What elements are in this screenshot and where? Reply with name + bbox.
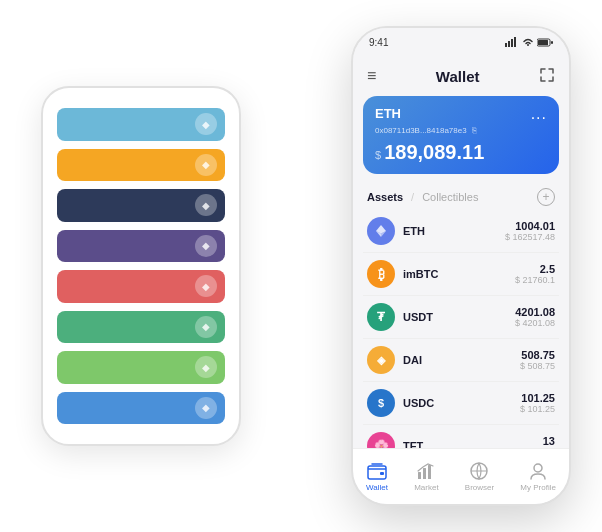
assets-tabs: Assets / Collectibles — [367, 191, 478, 203]
eth-card-balance: 189,089.11 — [384, 141, 484, 163]
asset-values-usdc: 101.25 $ 101.25 — [520, 392, 555, 414]
asset-values-usdt: 4201.08 $ 4201.08 — [515, 306, 555, 328]
tft-icon: 🌸 — [367, 432, 395, 448]
svg-rect-0 — [505, 43, 507, 47]
eth-amount: 1004.01 — [505, 220, 555, 232]
time-display: 9:41 — [369, 37, 388, 48]
eth-card-address: 0x08711d3B...8418a78e3 ⎘ — [375, 126, 547, 135]
profile-nav-label: My Profile — [520, 483, 556, 492]
tab-assets[interactable]: Assets — [367, 191, 403, 203]
nav-item-browser[interactable]: Browser — [465, 461, 494, 492]
tft-amount: 13 — [543, 435, 555, 447]
tab-collectibles[interactable]: Collectibles — [422, 191, 478, 203]
market-icon — [416, 461, 436, 481]
wifi-icon — [522, 37, 534, 47]
asset-name-dai: DAI — [403, 354, 520, 366]
asset-list: ETH 1004.01 $ 162517.48 ₿ imBTC 2.5 $ 21… — [353, 210, 569, 448]
list-item: ◆ — [57, 149, 225, 182]
wallet-icon — [367, 461, 387, 481]
eth-usd: $ 162517.48 — [505, 232, 555, 242]
asset-item-eth[interactable]: ETH 1004.01 $ 162517.48 — [363, 210, 559, 253]
card-icon: ◆ — [195, 194, 217, 216]
expand-icon[interactable] — [539, 67, 555, 86]
phone-header: ≡ Wallet — [353, 56, 569, 96]
card-icon: ◆ — [195, 316, 217, 338]
copy-icon[interactable]: ⎘ — [472, 126, 477, 135]
card-icon: ◆ — [195, 154, 217, 176]
svg-rect-1 — [508, 41, 510, 47]
usdc-icon: $ — [367, 389, 395, 417]
status-bar: 9:41 — [353, 28, 569, 56]
asset-name-imbtc: imBTC — [403, 268, 515, 280]
market-nav-label: Market — [414, 483, 438, 492]
nav-item-wallet[interactable]: Wallet — [366, 461, 388, 492]
svg-rect-14 — [428, 465, 431, 479]
eth-card-amount-row: $ 189,089.11 — [375, 141, 547, 164]
phone-content: ETH ... 0x08711d3B...8418a78e3 ⎘ $ 189,0… — [353, 96, 569, 448]
usdt-usd: $ 4201.08 — [515, 318, 555, 328]
svg-rect-13 — [423, 468, 426, 479]
signal-icon — [505, 37, 519, 47]
nav-item-profile[interactable]: My Profile — [520, 461, 556, 492]
bottom-nav: Wallet Market — [353, 448, 569, 504]
svg-point-16 — [534, 464, 542, 472]
card-icon: ◆ — [195, 235, 217, 257]
usdc-amount: 101.25 — [520, 392, 555, 404]
usdc-usd: $ 101.25 — [520, 404, 555, 414]
page-title: Wallet — [436, 68, 480, 85]
usdt-icon: ₮ — [367, 303, 395, 331]
imbtc-usd: $ 21760.1 — [515, 275, 555, 285]
browser-nav-label: Browser — [465, 483, 494, 492]
svg-rect-2 — [511, 39, 513, 47]
asset-name-usdc: USDC — [403, 397, 520, 409]
card-icon: ◆ — [195, 275, 217, 297]
asset-item-imbtc[interactable]: ₿ imBTC 2.5 $ 21760.1 — [363, 253, 559, 296]
nav-item-market[interactable]: Market — [414, 461, 438, 492]
dollar-sign: $ — [375, 149, 384, 161]
asset-item-usdc[interactable]: $ USDC 101.25 $ 101.25 — [363, 382, 559, 425]
asset-item-usdt[interactable]: ₮ USDT 4201.08 $ 4201.08 — [363, 296, 559, 339]
profile-icon — [528, 461, 548, 481]
asset-name-usdt: USDT — [403, 311, 515, 323]
dai-amount: 508.75 — [520, 349, 555, 361]
asset-item-tft[interactable]: 🌸 TFT 13 0 — [363, 425, 559, 448]
list-item: ◆ — [57, 311, 225, 344]
add-asset-button[interactable]: + — [537, 188, 555, 206]
status-icons — [505, 37, 553, 47]
card-icon: ◆ — [195, 397, 217, 419]
usdt-amount: 4201.08 — [515, 306, 555, 318]
asset-name-tft: TFT — [403, 440, 543, 448]
browser-icon — [469, 461, 489, 481]
svg-rect-6 — [551, 41, 553, 44]
svg-rect-11 — [380, 472, 384, 475]
list-item: ◆ — [57, 392, 225, 425]
list-item: ◆ — [57, 189, 225, 222]
list-item: ◆ — [57, 230, 225, 263]
asset-item-dai[interactable]: ◈ DAI 508.75 $ 508.75 — [363, 339, 559, 382]
imbtc-amount: 2.5 — [515, 263, 555, 275]
card-icon: ◆ — [195, 356, 217, 378]
svg-rect-3 — [514, 37, 516, 47]
asset-values-eth: 1004.01 $ 162517.48 — [505, 220, 555, 242]
wallet-nav-label: Wallet — [366, 483, 388, 492]
scene: ◆ ◆ ◆ ◆ ◆ ◆ ◆ ◆ 9:41 — [11, 11, 591, 521]
battery-icon — [537, 38, 553, 47]
eth-card-header: ETH ... — [375, 106, 547, 122]
asset-values-dai: 508.75 $ 508.75 — [520, 349, 555, 371]
assets-header: Assets / Collectibles + — [353, 184, 569, 210]
tab-separator: / — [411, 191, 414, 203]
svg-rect-5 — [538, 40, 548, 45]
card-icon: ◆ — [195, 113, 217, 135]
eth-card-menu[interactable]: ... — [531, 106, 547, 122]
list-item: ◆ — [57, 108, 225, 141]
list-item: ◆ — [57, 270, 225, 303]
menu-icon[interactable]: ≡ — [367, 67, 376, 85]
eth-card: ETH ... 0x08711d3B...8418a78e3 ⎘ $ 189,0… — [363, 96, 559, 174]
list-item: ◆ — [57, 351, 225, 384]
dai-usd: $ 508.75 — [520, 361, 555, 371]
imbtc-icon: ₿ — [367, 260, 395, 288]
asset-values-imbtc: 2.5 $ 21760.1 — [515, 263, 555, 285]
dai-icon: ◈ — [367, 346, 395, 374]
background-phone: ◆ ◆ ◆ ◆ ◆ ◆ ◆ ◆ — [41, 86, 241, 446]
eth-icon — [367, 217, 395, 245]
